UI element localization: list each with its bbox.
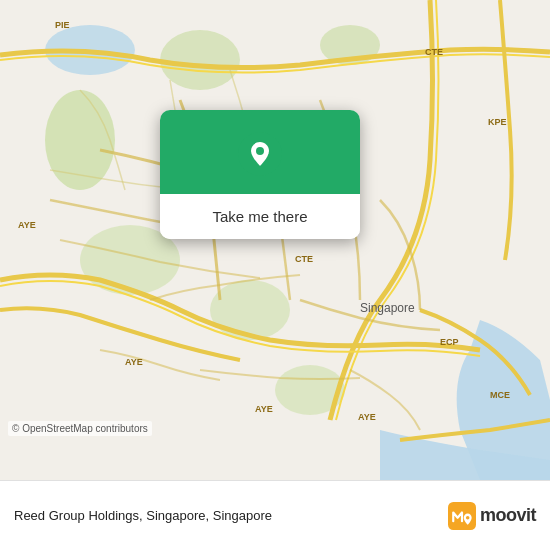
location-pin-icon bbox=[238, 132, 282, 176]
popup-header bbox=[160, 110, 360, 194]
take-me-there-button[interactable]: Take me there bbox=[160, 194, 360, 239]
location-popup: Take me there bbox=[160, 110, 360, 239]
svg-point-6 bbox=[210, 280, 290, 340]
moovit-text: moovit bbox=[480, 505, 536, 526]
svg-text:AYE: AYE bbox=[255, 404, 273, 414]
map-svg: PIE CTE KPE AYE AYE AYE AYE CTE ECP MCE … bbox=[0, 0, 550, 480]
svg-text:ECP: ECP bbox=[440, 337, 459, 347]
bottom-bar: Reed Group Holdings, Singapore, Singapor… bbox=[0, 480, 550, 550]
svg-point-20 bbox=[256, 147, 264, 155]
svg-text:AYE: AYE bbox=[18, 220, 36, 230]
place-name: Reed Group Holdings, Singapore, Singapor… bbox=[14, 508, 448, 523]
moovit-logo: moovit bbox=[448, 502, 536, 530]
svg-text:CTE: CTE bbox=[425, 47, 443, 57]
moovit-icon bbox=[448, 502, 476, 530]
svg-text:KPE: KPE bbox=[488, 117, 507, 127]
map-container: PIE CTE KPE AYE AYE AYE AYE CTE ECP MCE … bbox=[0, 0, 550, 480]
svg-text:PIE: PIE bbox=[55, 20, 70, 30]
map-attribution: © OpenStreetMap contributors bbox=[8, 421, 152, 436]
svg-text:Singapore: Singapore bbox=[360, 301, 415, 315]
svg-text:AYE: AYE bbox=[358, 412, 376, 422]
svg-point-22 bbox=[466, 516, 470, 520]
svg-text:MCE: MCE bbox=[490, 390, 510, 400]
svg-point-3 bbox=[160, 30, 240, 90]
svg-text:AYE: AYE bbox=[125, 357, 143, 367]
svg-text:CTE: CTE bbox=[295, 254, 313, 264]
